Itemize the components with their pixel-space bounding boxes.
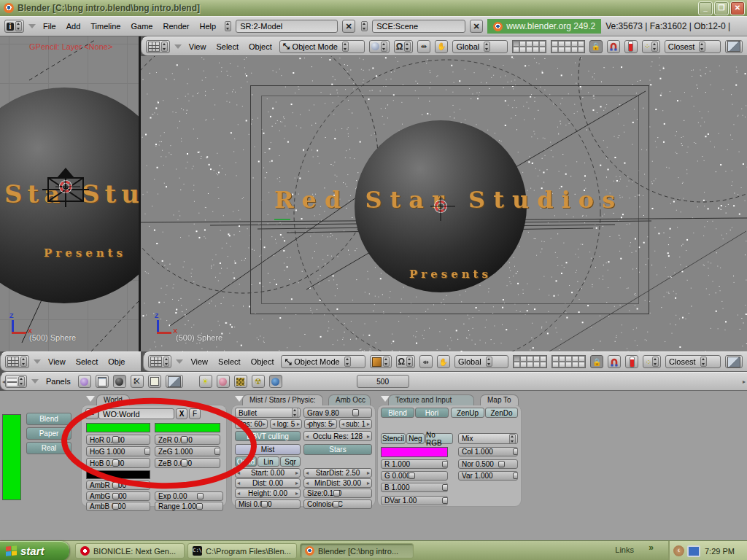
menu-object[interactable]: Object (246, 42, 275, 51)
world-unlink-button[interactable]: X (176, 408, 187, 419)
close-button[interactable]: ✕ (730, 1, 745, 15)
hog-slider[interactable]: HoG 1.000 (86, 446, 150, 456)
info-window-icon[interactable]: i (4, 20, 24, 33)
var-slider[interactable]: Var 1.000 (458, 471, 518, 481)
sqr-button[interactable]: Sqr (280, 456, 301, 467)
menu-select[interactable]: Select (213, 42, 241, 51)
menu-file[interactable]: File (40, 22, 59, 31)
scene-delete-button[interactable]: ✕ (470, 20, 483, 33)
physics-engine-dropdown[interactable]: Bullet (235, 408, 301, 418)
zeg-slider[interactable]: ZeG 1.000 (155, 446, 220, 456)
zeb-slider[interactable]: ZeB 0.000 (155, 458, 220, 468)
restore-button[interactable]: ❐ (714, 1, 729, 15)
snap-magnet-button[interactable] (608, 355, 621, 368)
mist-dist-field[interactable]: Dist: 0.00 (235, 478, 301, 488)
panel-collapse-icon[interactable] (86, 396, 95, 402)
world-fake-user-button[interactable]: F (189, 408, 201, 419)
network-computer-icon[interactable] (687, 545, 700, 557)
script-buttons[interactable] (96, 375, 109, 388)
mode-dropdown[interactable]: ⤡Object Mode (281, 355, 365, 368)
hide-icons-chevron[interactable]: ‹ (673, 545, 684, 556)
start-button[interactable]: start (0, 541, 69, 560)
hor-slider[interactable]: HoR 0.000 (86, 435, 150, 445)
stencil-toggle[interactable]: Stencil (381, 433, 406, 444)
ambient-color-swatch[interactable] (86, 470, 150, 479)
nor-slider[interactable]: Nor 0.500 (458, 459, 518, 469)
r-slider[interactable]: R 1.000 (381, 459, 448, 469)
preview-real-button[interactable]: Real (26, 442, 71, 454)
collapse-header-icon[interactable] (176, 359, 183, 364)
draw-mode-dropdown[interactable] (370, 355, 391, 368)
snap-magnet-button[interactable] (607, 40, 620, 53)
screen-delete-button[interactable]: ✕ (342, 20, 355, 33)
orientation-dropdown[interactable]: Global (452, 40, 507, 53)
fps-field[interactable]: fps: 60 (235, 419, 268, 429)
menu-view[interactable]: View (187, 357, 211, 366)
world-id-field[interactable]: WO:World (98, 408, 174, 419)
norgb-toggle[interactable]: No RGB (425, 433, 453, 444)
stars-toggle-button[interactable]: Stars (303, 444, 372, 455)
layer-grid-1[interactable] (513, 355, 547, 368)
texture-color-swatch[interactable] (381, 447, 448, 457)
mist-toggle-button[interactable]: Mist (235, 444, 301, 455)
logic-buttons[interactable] (78, 375, 91, 388)
render-preview-button[interactable] (725, 355, 743, 368)
menu-render[interactable]: Render (160, 22, 192, 31)
range-slider[interactable]: Range 1.00 (155, 502, 223, 511)
lock-icon[interactable]: 🔒 (589, 40, 603, 53)
gravity-slider[interactable]: Grav 9.80 (303, 408, 372, 418)
render-preview-button[interactable] (725, 40, 743, 53)
mist-height-field[interactable]: Height: 0.00 (235, 489, 301, 498)
screen-browse-stepper[interactable] (225, 21, 231, 31)
amb-occ-tab[interactable]: Amb Occ (328, 394, 371, 405)
taskbar-task-blender[interactable]: Blender [C:\bng intro... (300, 543, 414, 559)
menu-add[interactable]: Add (63, 22, 84, 31)
menu-view[interactable]: View (45, 357, 69, 366)
zer-slider[interactable]: ZeR 0.000 (155, 435, 220, 445)
g-slider[interactable]: G 0.000 (381, 471, 448, 481)
misi-slider[interactable]: Misi 0.000 (235, 499, 301, 509)
menu-object[interactable]: Obje (105, 357, 128, 366)
viewport-type-icon[interactable] (5, 355, 29, 368)
texture-buttons[interactable] (234, 375, 247, 388)
viewport-left[interactable]: GPencil: Layer <None> Sta Stu Presents Z… (0, 36, 141, 351)
taskbar-task-cmd[interactable]: C:\ C:\Program Files\Blen... (187, 543, 297, 559)
links-toolbar-label[interactable]: Links (615, 545, 634, 554)
draw-mode-dropdown[interactable] (369, 40, 390, 53)
exp-slider[interactable]: Exp 0.00 (155, 491, 223, 501)
thermometer-button[interactable] (624, 40, 638, 53)
zenith-color-swatch[interactable] (155, 423, 220, 432)
screen-name-field[interactable]: SR:2-Model (236, 20, 338, 33)
scene-name-field[interactable]: SCE:Scene (372, 20, 465, 33)
hob-slider[interactable]: HoB 0.000 (86, 458, 150, 468)
texture-input-tab[interactable]: Texture and Input (388, 394, 474, 405)
shading-buttons[interactable] (113, 375, 126, 388)
world-buttons[interactable] (269, 375, 282, 388)
blend-toggle[interactable]: Blend (381, 408, 414, 418)
ambb-slider[interactable]: AmbB 0.00 (86, 502, 150, 511)
mist-panel-tab[interactable]: Mist / Stars / Physic: (242, 394, 323, 405)
sub-field[interactable]: sub: 1 (339, 419, 372, 429)
menu-help[interactable]: Help (197, 22, 220, 31)
mist-start-field[interactable]: Start: 0.00 (235, 468, 301, 478)
toolbar-overflow-chevron[interactable]: » (649, 542, 654, 553)
log-field[interactable]: log: 5 (270, 419, 302, 429)
window-titlebar[interactable]: Blender [C:\bng intro.blend\bng intro.bl… (0, 0, 747, 17)
colnoise-slider[interactable]: Colnoise:C (303, 499, 372, 509)
hori-toggle[interactable]: Hori (415, 408, 449, 418)
collapse-header-icon[interactable] (31, 379, 39, 384)
lin-button[interactable]: Lin (258, 456, 279, 467)
snap-mode-button[interactable]: ⁘ (643, 355, 661, 368)
viewport-type-icon[interactable] (146, 40, 170, 53)
editing-buttons[interactable] (148, 375, 161, 388)
orientation-dropdown[interactable]: Global (454, 355, 509, 368)
collapse-header-icon[interactable] (34, 359, 41, 364)
manipulator-button[interactable]: ⇹ (417, 40, 430, 53)
snap-target-dropdown[interactable]: Closest (665, 40, 721, 53)
quad-button[interactable]: Quad (235, 456, 257, 467)
collapse-menu-icon[interactable] (28, 24, 36, 28)
object-buttons[interactable]: ⤪ (131, 375, 144, 388)
blender-version-banner[interactable]: www.blender.org 249.2 (487, 19, 601, 34)
transform-orientation-group[interactable]: ✋ (435, 40, 448, 53)
map-to-tab[interactable]: Map To (480, 394, 519, 405)
